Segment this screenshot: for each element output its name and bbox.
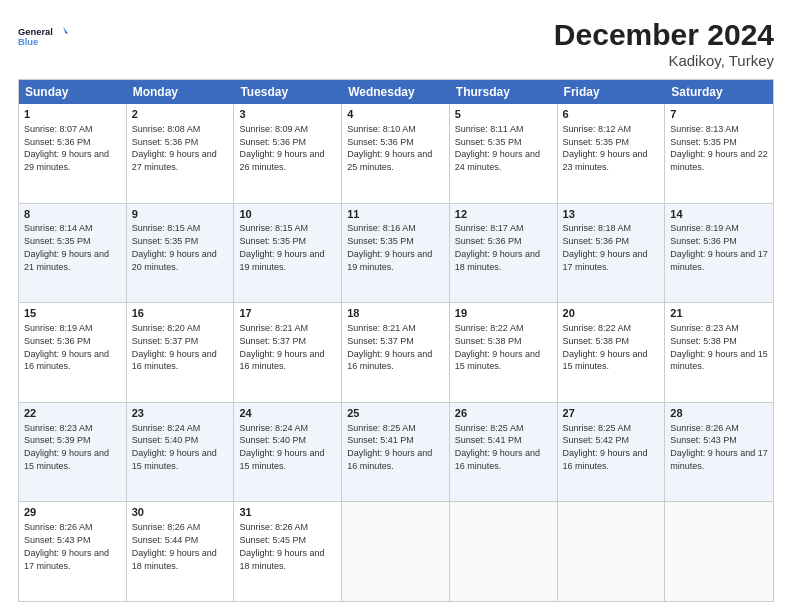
sunrise-text: Sunrise: 8:11 AM <box>455 124 524 134</box>
day-number: 29 <box>24 505 121 520</box>
daylight-text: Daylight: 9 hours and 29 minutes. <box>24 149 109 172</box>
daylight-text: Daylight: 9 hours and 15 minutes. <box>563 349 648 372</box>
svg-text:Blue: Blue <box>18 37 38 47</box>
sunrise-text: Sunrise: 8:09 AM <box>239 124 308 134</box>
calendar-cell: 15Sunrise: 8:19 AMSunset: 5:36 PMDayligh… <box>19 303 127 402</box>
day-number: 18 <box>347 306 444 321</box>
sunset-text: Sunset: 5:36 PM <box>670 236 737 246</box>
daylight-text: Daylight: 9 hours and 22 minutes. <box>670 149 768 172</box>
day-number: 25 <box>347 406 444 421</box>
sunset-text: Sunset: 5:39 PM <box>24 435 91 445</box>
day-number: 12 <box>455 207 552 222</box>
weekday-header: Wednesday <box>342 80 450 104</box>
sunrise-text: Sunrise: 8:13 AM <box>670 124 739 134</box>
day-number: 2 <box>132 107 229 122</box>
daylight-text: Daylight: 9 hours and 16 minutes. <box>347 448 432 471</box>
daylight-text: Daylight: 9 hours and 15 minutes. <box>239 448 324 471</box>
day-number: 15 <box>24 306 121 321</box>
daylight-text: Daylight: 9 hours and 17 minutes. <box>670 249 768 272</box>
calendar-cell: 5Sunrise: 8:11 AMSunset: 5:35 PMDaylight… <box>450 104 558 203</box>
calendar: SundayMondayTuesdayWednesdayThursdayFrid… <box>18 79 774 602</box>
sunrise-text: Sunrise: 8:22 AM <box>455 323 524 333</box>
sunset-text: Sunset: 5:37 PM <box>347 336 414 346</box>
sunrise-text: Sunrise: 8:25 AM <box>563 423 632 433</box>
day-number: 11 <box>347 207 444 222</box>
daylight-text: Daylight: 9 hours and 21 minutes. <box>24 249 109 272</box>
sunrise-text: Sunrise: 8:15 AM <box>239 223 308 233</box>
daylight-text: Daylight: 9 hours and 16 minutes. <box>563 448 648 471</box>
calendar-cell: 31Sunrise: 8:26 AMSunset: 5:45 PMDayligh… <box>234 502 342 601</box>
calendar-cell: 17Sunrise: 8:21 AMSunset: 5:37 PMDayligh… <box>234 303 342 402</box>
day-number: 14 <box>670 207 768 222</box>
sunset-text: Sunset: 5:41 PM <box>455 435 522 445</box>
sunrise-text: Sunrise: 8:20 AM <box>132 323 201 333</box>
day-number: 28 <box>670 406 768 421</box>
daylight-text: Daylight: 9 hours and 15 minutes. <box>24 448 109 471</box>
title-block: December 2024 Kadikoy, Turkey <box>554 18 774 69</box>
weekday-header: Tuesday <box>234 80 342 104</box>
logo-svg: General Blue <box>18 18 68 54</box>
calendar-cell: 29Sunrise: 8:26 AMSunset: 5:43 PMDayligh… <box>19 502 127 601</box>
sunset-text: Sunset: 5:36 PM <box>347 137 414 147</box>
sunset-text: Sunset: 5:37 PM <box>132 336 199 346</box>
day-number: 30 <box>132 505 229 520</box>
calendar-row: 8Sunrise: 8:14 AMSunset: 5:35 PMDaylight… <box>19 204 773 304</box>
daylight-text: Daylight: 9 hours and 15 minutes. <box>670 349 768 372</box>
weekday-header: Saturday <box>665 80 773 104</box>
calendar-cell <box>558 502 666 601</box>
daylight-text: Daylight: 9 hours and 17 minutes. <box>24 548 109 571</box>
sunset-text: Sunset: 5:35 PM <box>670 137 737 147</box>
sunset-text: Sunset: 5:35 PM <box>455 137 522 147</box>
sunset-text: Sunset: 5:36 PM <box>24 137 91 147</box>
sunset-text: Sunset: 5:37 PM <box>239 336 306 346</box>
day-number: 21 <box>670 306 768 321</box>
sunrise-text: Sunrise: 8:17 AM <box>455 223 524 233</box>
sunset-text: Sunset: 5:45 PM <box>239 535 306 545</box>
calendar-cell: 16Sunrise: 8:20 AMSunset: 5:37 PMDayligh… <box>127 303 235 402</box>
day-number: 27 <box>563 406 660 421</box>
daylight-text: Daylight: 9 hours and 19 minutes. <box>239 249 324 272</box>
day-number: 13 <box>563 207 660 222</box>
day-number: 9 <box>132 207 229 222</box>
sunrise-text: Sunrise: 8:12 AM <box>563 124 632 134</box>
day-number: 10 <box>239 207 336 222</box>
day-number: 1 <box>24 107 121 122</box>
calendar-cell: 13Sunrise: 8:18 AMSunset: 5:36 PMDayligh… <box>558 204 666 303</box>
sunset-text: Sunset: 5:40 PM <box>239 435 306 445</box>
calendar-cell: 14Sunrise: 8:19 AMSunset: 5:36 PMDayligh… <box>665 204 773 303</box>
sunrise-text: Sunrise: 8:23 AM <box>670 323 739 333</box>
calendar-cell: 26Sunrise: 8:25 AMSunset: 5:41 PMDayligh… <box>450 403 558 502</box>
svg-text:General: General <box>18 27 53 37</box>
weekday-header: Thursday <box>450 80 558 104</box>
calendar-row: 22Sunrise: 8:23 AMSunset: 5:39 PMDayligh… <box>19 403 773 503</box>
page: General Blue December 2024 Kadikoy, Turk… <box>0 0 792 612</box>
calendar-cell: 21Sunrise: 8:23 AMSunset: 5:38 PMDayligh… <box>665 303 773 402</box>
day-number: 6 <box>563 107 660 122</box>
sunset-text: Sunset: 5:35 PM <box>347 236 414 246</box>
sunset-text: Sunset: 5:35 PM <box>563 137 630 147</box>
daylight-text: Daylight: 9 hours and 15 minutes. <box>132 448 217 471</box>
sunset-text: Sunset: 5:43 PM <box>24 535 91 545</box>
sunset-text: Sunset: 5:36 PM <box>563 236 630 246</box>
weekday-header: Monday <box>127 80 235 104</box>
daylight-text: Daylight: 9 hours and 18 minutes. <box>239 548 324 571</box>
day-number: 16 <box>132 306 229 321</box>
sunset-text: Sunset: 5:38 PM <box>670 336 737 346</box>
day-number: 23 <box>132 406 229 421</box>
daylight-text: Daylight: 9 hours and 15 minutes. <box>455 349 540 372</box>
calendar-cell <box>450 502 558 601</box>
day-number: 19 <box>455 306 552 321</box>
calendar-header: SundayMondayTuesdayWednesdayThursdayFrid… <box>19 80 773 104</box>
sunrise-text: Sunrise: 8:19 AM <box>670 223 739 233</box>
sunset-text: Sunset: 5:36 PM <box>455 236 522 246</box>
main-title: December 2024 <box>554 18 774 52</box>
sunrise-text: Sunrise: 8:24 AM <box>239 423 308 433</box>
sunset-text: Sunset: 5:36 PM <box>239 137 306 147</box>
day-number: 24 <box>239 406 336 421</box>
subtitle: Kadikoy, Turkey <box>554 52 774 69</box>
header: General Blue December 2024 Kadikoy, Turk… <box>18 18 774 69</box>
calendar-cell: 7Sunrise: 8:13 AMSunset: 5:35 PMDaylight… <box>665 104 773 203</box>
calendar-cell: 28Sunrise: 8:26 AMSunset: 5:43 PMDayligh… <box>665 403 773 502</box>
day-number: 7 <box>670 107 768 122</box>
calendar-row: 15Sunrise: 8:19 AMSunset: 5:36 PMDayligh… <box>19 303 773 403</box>
